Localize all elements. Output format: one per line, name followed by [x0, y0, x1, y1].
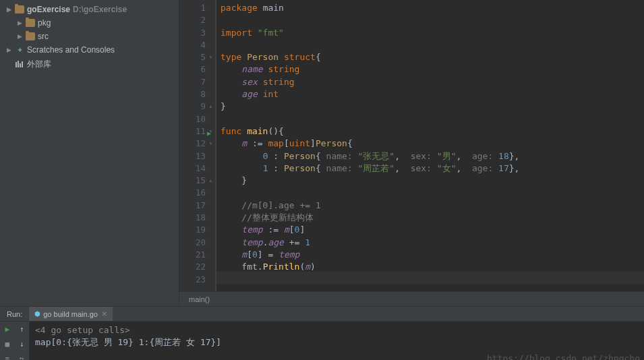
- rerun-button[interactable]: ▶: [0, 322, 15, 336]
- arrow-icon: ▶: [5, 6, 12, 13]
- tree-item-root[interactable]: ▶ goExercise D:\goExercise: [0, 3, 179, 16]
- tree-item-external[interactable]: 外部库: [0, 57, 179, 72]
- panel-label: Run:: [0, 310, 29, 318]
- breadcrumb-item[interactable]: main(): [189, 295, 210, 303]
- tree-item-src[interactable]: ▶ src: [0, 30, 179, 43]
- tree-label: pkg: [38, 18, 51, 28]
- svg-rect-3: [22, 61, 23, 67]
- run-controls: ▶ ↑ ■ ↓ ≡ ⇆: [0, 322, 30, 360]
- stop-button[interactable]: ■: [0, 336, 15, 351]
- output-line: map[0:{张无忌 男 19} 1:{周芷若 女 17}]: [35, 336, 639, 349]
- tree-label: Scratches and Consoles: [27, 45, 115, 55]
- more-button[interactable]: ≡: [0, 351, 15, 360]
- panel-tabs: Run: ⬢ go build main.go ×: [0, 307, 644, 322]
- svg-rect-1: [18, 61, 19, 67]
- run-config-tab[interactable]: ⬢ go build main.go ×: [29, 307, 112, 321]
- project-tree: ▶ goExercise D:\goExercise ▶ pkg ▶ src ▶…: [0, 0, 179, 306]
- line-gutter: 1 2 3 4 5 6 7 8 9 10 11 12 13 14 15 16 1…: [179, 0, 216, 291]
- run-panel: Run: ⬢ go build main.go × ▶ ↑ ■ ↓ ≡ ⇆ <4…: [0, 306, 644, 360]
- go-icon: ⬢: [34, 310, 40, 318]
- arrow-icon: ▶: [5, 47, 12, 53]
- arrow-icon: ▶: [16, 33, 23, 40]
- tree-path: D:\goExercise: [73, 5, 127, 14]
- code-area[interactable]: 1 2 3 4 5 6 7 8 9 10 11 12 13 14 15 16 1…: [179, 0, 644, 291]
- folder-icon: [15, 5, 24, 13]
- tab-label: go build main.go: [43, 310, 98, 318]
- tree-item-pkg[interactable]: ▶ pkg: [0, 16, 179, 30]
- scratch-icon: ✦: [15, 45, 24, 55]
- down-button[interactable]: ↓: [15, 336, 30, 351]
- tree-label: 外部库: [27, 59, 51, 70]
- breadcrumbs[interactable]: main(): [179, 291, 644, 306]
- tree-item-scratches[interactable]: ▶ ✦ Scratches and Consoles: [0, 43, 179, 57]
- code-editor: 1 2 3 4 5 6 7 8 9 10 11 12 13 14 15 16 1…: [179, 0, 644, 306]
- console-output[interactable]: <4 go setup calls> map[0:{张无忌 男 19} 1:{周…: [30, 322, 644, 360]
- library-icon: [15, 61, 24, 69]
- up-button[interactable]: ↑: [15, 322, 30, 336]
- output-setup: <4 go setup calls>: [35, 324, 639, 336]
- svg-rect-0: [16, 62, 17, 67]
- wrap-button[interactable]: ⇆: [15, 351, 30, 360]
- close-icon[interactable]: ×: [102, 309, 107, 319]
- watermark: https://blog.csdn.net/zhngcho: [487, 353, 640, 360]
- arrow-icon: ▶: [16, 20, 23, 26]
- folder-icon: [26, 32, 35, 40]
- tree-label: goExercise: [27, 5, 70, 14]
- svg-rect-2: [20, 63, 21, 67]
- tree-label: src: [38, 32, 49, 41]
- code-content[interactable]: package main import "fmt" type Person st…: [216, 0, 644, 291]
- folder-icon: [26, 19, 35, 27]
